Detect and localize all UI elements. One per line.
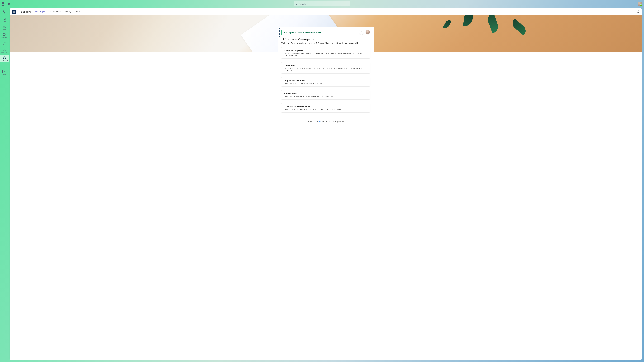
rail-label: Activity <box>2 13 7 15</box>
rail-label: Calls <box>3 44 6 46</box>
search-icon <box>360 31 362 33</box>
rail-label: Calendar <box>2 36 8 38</box>
tab-my-requests[interactable]: My requests <box>48 8 62 15</box>
category-logins-accounts[interactable]: Logins and Accounts Request admin access… <box>282 77 370 86</box>
global-search[interactable] <box>294 1 350 6</box>
svg-rect-8 <box>13 12 13 12</box>
svg-rect-7 <box>5 58 6 58</box>
chat-icon <box>3 17 6 20</box>
app-header: IT Support New request My requests Activ… <box>10 8 642 15</box>
rail-label: OneDrive <box>1 52 8 53</box>
refresh-icon <box>636 10 640 13</box>
portal-card: Your request ITSM-474 has been submitted… <box>278 27 374 127</box>
user-avatar[interactable] <box>638 1 642 6</box>
svg-point-1 <box>9 3 10 3</box>
headset-icon <box>13 11 15 13</box>
footer-product: Jira Service Management <box>322 120 344 123</box>
refresh-button[interactable] <box>636 10 640 14</box>
rail-activity[interactable]: Activity <box>0 8 9 16</box>
category-desc: Request admin access, Request a new acco… <box>284 82 365 84</box>
headset-icon <box>3 56 6 59</box>
portal-user-avatar[interactable] <box>366 30 370 34</box>
app-title: IT Support <box>18 10 30 13</box>
chevron-right-icon <box>365 81 368 83</box>
category-title: Common Requests <box>284 49 365 52</box>
portal-search-button[interactable] <box>359 30 364 35</box>
tab-new-request[interactable]: New request <box>34 8 48 15</box>
powered-by-footer: Powered by Jira Service Management <box>282 120 370 123</box>
category-title: Servers and Infrastructure <box>284 105 365 108</box>
category-title: Applications <box>284 92 365 95</box>
rail-calendar[interactable]: Calendar <box>0 31 9 39</box>
rail-label: IT Support <box>1 59 8 61</box>
rail-chat[interactable]: Chat <box>0 16 9 24</box>
teams-icon <box>3 25 6 28</box>
more-icon: ··· <box>3 63 6 66</box>
calendar-icon <box>3 33 6 36</box>
portal-title: IT Service Management <box>282 37 370 41</box>
teams-logo-icon <box>8 2 11 5</box>
category-desc: Get a guest wifi account, Get IT help, R… <box>284 52 365 56</box>
jira-bolt-icon <box>319 120 321 123</box>
category-computers[interactable]: Computers Get IT help, Request new softw… <box>282 62 370 73</box>
app-surface: IT Support New request My requests Activ… <box>10 8 642 360</box>
svg-rect-5 <box>3 33 5 35</box>
chevron-right-icon <box>365 67 368 69</box>
svg-rect-9 <box>15 12 15 12</box>
category-list: Common Requests Get a guest wifi account… <box>282 47 370 112</box>
search-icon <box>296 3 298 5</box>
tab-about[interactable]: About <box>73 8 81 15</box>
rail-label: Chat <box>3 21 6 22</box>
success-notice: Your request ITSM-474 has been submitted… <box>282 30 357 35</box>
rail-label: Apps <box>3 74 6 75</box>
rail-teams[interactable]: Teams <box>0 24 9 31</box>
rail-calls[interactable]: Calls <box>0 39 9 47</box>
svg-point-3 <box>4 26 4 26</box>
app-tabs: New request My requests Activity About <box>34 8 81 15</box>
svg-rect-0 <box>8 3 9 4</box>
phone-icon <box>3 40 6 44</box>
category-desc: Report a system problem, Report broken h… <box>284 108 365 110</box>
chevron-right-icon <box>365 107 368 109</box>
category-title: Computers <box>284 64 365 67</box>
chevron-right-icon <box>365 94 368 96</box>
category-title: Logins and Accounts <box>284 79 365 82</box>
svg-point-4 <box>5 26 5 26</box>
portal-subtitle: Welcome! Raise a service request for IT … <box>282 42 370 44</box>
rail-more[interactable]: ··· <box>0 62 9 67</box>
chevron-right-icon <box>365 52 368 54</box>
category-servers-infrastructure[interactable]: Servers and Infrastructure Report a syst… <box>282 103 370 112</box>
plus-icon: + <box>2 69 6 73</box>
category-desc: Request new software, Report a system pr… <box>284 95 365 97</box>
category-desc: Get IT help, Request new software, Reque… <box>284 67 365 71</box>
title-bar: ··· <box>0 0 644 8</box>
cloud-icon <box>3 48 6 51</box>
rail-onedrive[interactable]: OneDrive <box>0 47 9 55</box>
more-options-icon[interactable]: ··· <box>633 2 635 5</box>
svg-point-10 <box>361 31 362 33</box>
svg-point-2 <box>296 3 297 4</box>
waffle-icon[interactable] <box>2 2 6 6</box>
app-logo <box>12 10 16 14</box>
rail-apps[interactable]: + Apps <box>0 67 9 75</box>
search-input[interactable] <box>299 3 348 5</box>
category-applications[interactable]: Applications Request new software, Repor… <box>282 90 370 99</box>
left-nav-rail: Activity Chat Teams Calendar Calls OneDr… <box>0 8 9 362</box>
category-common-requests[interactable]: Common Requests Get a guest wifi account… <box>282 47 370 58</box>
footer-prefix: Powered by <box>308 120 318 123</box>
tab-activity[interactable]: Activity <box>63 8 72 15</box>
bell-icon <box>3 10 6 13</box>
content-area: Your request ITSM-474 has been submitted… <box>10 15 642 360</box>
rail-label: Teams <box>2 29 6 30</box>
rail-it-support[interactable]: IT Support <box>0 55 9 62</box>
svg-rect-6 <box>3 58 4 58</box>
